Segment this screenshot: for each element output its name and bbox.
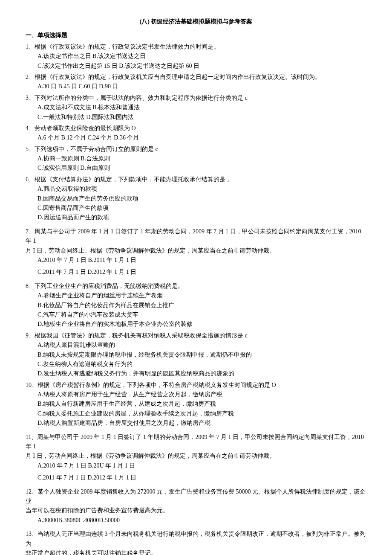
question-stem: 10、根据《房产税暂行条例》的规定，下列各项中，不符合房产税纳税义务发生时间规定… [26, 381, 366, 390]
question-option: B.纳税人未按规定期限办理纳税申报，经税务机关责令限期申报，逾期仍不申报的 [26, 350, 366, 360]
question-stem: 11、周某与甲公司于 2009 年 1 月 1 日签订了 1 年期的劳动合同，2… [26, 433, 366, 452]
section-header: 一、单项选择题 [26, 31, 366, 40]
question-stem: 7、周某与甲公司于 2009 年 1 月 1 日签订了 1 年期的劳动合同，20… [26, 227, 366, 246]
question-option: C.汽车厂将自产的小汽车改装成大货车 [26, 310, 366, 320]
question-stem: 12、某个人独资企业 2009 年度销售收入为 272000 元，发生广告费和业… [26, 487, 366, 506]
document-title: (八) 初级经济法基础模拟题模拟与参考答案 [26, 17, 366, 26]
question-3: 3、下列对法所作的分类中，属于以法的内容、效力和制定程序为依据进行分类的是 cA… [26, 93, 366, 122]
question-12: 12、某个人独资企业 2009 年度销售收入为 272000 元，发生广告费和业… [26, 487, 366, 526]
question-option: C.2011 年 7 月 1 日 D.2012 年 1 月 1 日 [26, 473, 366, 482]
question-option: B.因商品交易而产生的劳务供应的款项 [26, 194, 366, 203]
question-option: A.30000B.38080C.40800D.50000 [26, 516, 366, 525]
question-option: D.纳税人购置新建商品房，自房屋交付使用之次月起，缴纳房产税 [26, 418, 366, 428]
question-option: B.化妆品厂将自产的化妆品作为样品在展销会上推广 [26, 301, 366, 310]
question-option: C.发生纳柳人有逃避纳税义务行为的 [26, 360, 366, 369]
question-stem: 3、下列对法所作的分类中，属于以法的内容、效力和制定程序为依据进行分类的是 c [26, 93, 366, 103]
question-stem: 4、劳动者领取失业保险金的最长期限为 O [26, 124, 366, 133]
question-1: 1、根据《行政复议法》的规定，行政复议决定书发生法律效力的时间是。A.该决定书作… [26, 42, 366, 71]
question-option: A.纳税人账目混乱难以查账的 [26, 340, 366, 350]
question-7: 7、周某与甲公司于 2009 年 1 月 1 日签订了 1 年期的劳动合同，20… [26, 227, 366, 277]
question-stem: 1、根据《行政复议法》的规定，行政复议决定书发生法律效力的时间是。 [26, 42, 366, 52]
question-option: A.协商一致原则 B.合法原则 [26, 154, 366, 163]
question-option: B.纳税人自行新建房屋用于生产经营，从建成之次月起，缴纳房产税 [26, 399, 366, 409]
question-10: 10、根据《房产税暂行条例》的规定，下列各项中，不符合房产税纳税义务发生时间规定… [26, 381, 366, 428]
question-option: D.发生纳税人有逃避纳税义务行为，并有明显的隐匿其应纳税商品的迹象的 [26, 369, 366, 378]
questions-container: 1、根据《行政复议法》的规定，行政复议决定书发生法律效力的时间是。A.该决定书作… [26, 42, 366, 555]
question-4: 4、劳动者领取失业保险金的最长期限为 OA.6 个月 B.12 个月 C.24 … [26, 124, 366, 143]
question-option: A.卷烟生产企业将自产的烟丝用于连续生产卷烟 [26, 291, 366, 300]
question-option: A.该决定书作出之日 B.该决定书送达之日 [26, 52, 366, 61]
question-stem: 2、根据《行政复议法》的规定，行政复议机关应当自受理申请之日起一定时间内作出行政… [26, 73, 366, 82]
question-stem-continuation: 月 I 日，劳动合同终止，根据《劳动争议调解仲裁法》的规定，周某应当在之前巾请劳… [26, 451, 366, 461]
question-option: A.30 日 B.45 日 C.60 日 D.90 日 [26, 82, 366, 91]
question-option: C.诚实信用原则 D.自由原则 [26, 163, 366, 173]
question-8: 8、下列工业企业生产的应税消费品，无筋缴纳消费税的是。A.卷烟生产企业将自产的烟… [26, 282, 366, 329]
question-13: 13、当纳税人无正当理由连续 3 个月未向税务机关进行纳税申报的，税务机关责令限… [26, 529, 366, 555]
question-6: 6、根据《支付结算办法》的规定，下列款项中，不能办理托收承付结算的是 。A.商品… [26, 175, 366, 223]
question-option: A.2010 年 7 月 1 日 B.20U 年 1 月 1 日 [26, 461, 366, 471]
question-stem: 13、当纳税人无正当理由连续 3 个月未向税务机关进行纳税申报的，税务机关责令限… [26, 529, 366, 549]
question-option: C.一般法和特别法 D.国际法和国内法 [26, 113, 366, 122]
question-option: C.该决定书作出之日起第 15 日 D.该决定书送达之日起第 60 日 [26, 61, 366, 71]
question-option: A.商品交易取得的款项 [26, 184, 366, 194]
question-2: 2、根据《行政复议法》的规定，行政复议机关应当自受理申请之日起一定时间内作出行政… [26, 73, 366, 92]
question-stem-continuation: 月 I 日，劳动合同终止。根据《劳动争议调解仲裁法》的规定，周某应当在之前巾请劳… [26, 246, 366, 256]
question-9: 9、根据我国《征管法》的规定，税务机关有权对纳税人采取税收保全措施的情形是 cA… [26, 331, 366, 379]
question-5: 5、下列选项中，不属于劳动合同订立的原则的是 cA.协商一致原则 B.合法原则C… [26, 145, 366, 173]
question-option: D.因运送商品而产生的款项 [26, 213, 366, 222]
question-stem-continuation: 当年可以在税前扣除的广告费和业务宣传费最高为元。 [26, 506, 366, 515]
question-option: A.2010 年 7 月 1 日 B.2011 年 1 月 1 日 [26, 256, 366, 265]
question-option: A.6 个月 B.12 个月 C.24 个月 D.36 个月 [26, 133, 366, 142]
question-stem: 6、根据《支付结算办法》的规定，下列款项中，不能办理托收承付结算的是 。 [26, 175, 366, 184]
question-option: D.地板生产企业将自产的实木地板用于本企业办公室的装修 [26, 320, 366, 329]
question-stem-continuation: 非正常户超过的，税务机关可以注销其税务登记。 [26, 549, 366, 555]
question-option: C.2011 年 7 月 1 日 D.2012 年 1 月 1 日 [26, 267, 366, 277]
question-stem: 5、下列选项中，不属于劳动合同订立的原则的是 c [26, 145, 366, 154]
question-option: A.成文法和不成文法 B.根本法和普通法 [26, 103, 366, 112]
question-stem: 8、下列工业企业生产的应税消费品，无筋缴纳消费税的是。 [26, 282, 366, 291]
question-stem: 9、根据我国《征管法》的规定，税务机关有权对纳税人采取税收保全措施的情形是 c [26, 331, 366, 340]
question-option: C.因寄售商品而产生的款项 [26, 203, 366, 213]
question-option: A.纳税人将原有房产用于生产经营，从生产经营之次月起，缴纳房产税 [26, 390, 366, 399]
question-option: C.纳税人委托施工企业建设的房屋，从办理验收手续之次月起，缴纳房产税 [26, 409, 366, 418]
question-11: 11、周某与甲公司于 2009 年 1 月 1 日签订了 1 年期的劳动合同，2… [26, 433, 366, 483]
